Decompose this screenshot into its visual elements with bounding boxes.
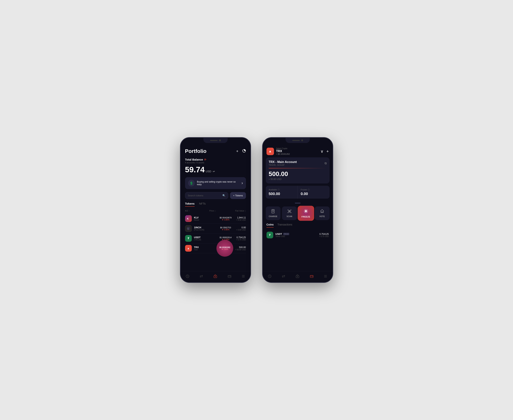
account-usd: ≈ 50.80 USD — [269, 178, 327, 180]
1inch-value: 0.00 = 0.00 USD — [236, 226, 246, 231]
usdt-name: (TRC20) — [194, 239, 215, 241]
copy-icon[interactable]: ⧉ — [324, 162, 327, 165]
trx-circle-overlay: $0.10161262 ▼ 3.05% — [216, 240, 233, 257]
klv-symbol: KLV — [194, 216, 215, 219]
trx-header: ▲ Select Crypto TRX ≈ $0.10161262 ∨ + — [263, 144, 332, 157]
1inch-info: 1INCH (POLYGON) — [194, 226, 215, 231]
tab-coins[interactable]: Coins — [266, 223, 274, 228]
table-header: A/Z ↑ Price ↕ Fiat Value ↕ — [185, 210, 246, 212]
frozen-section: Frozen ⓘ 0.00 — [298, 186, 330, 199]
bottom-nav-1 — [181, 271, 250, 282]
svg-rect-13 — [290, 211, 290, 212]
1inch-price: $0.3582753 ▼ 0.85% — [215, 226, 236, 231]
add-crypto-button[interactable]: + — [326, 149, 329, 154]
portfolio-icons: + — [236, 149, 246, 154]
account-balance: 500.00 — [269, 170, 327, 178]
account-title-row: TRX - Main Account TBSD95...5CHnSP ⧉ — [269, 160, 327, 166]
scan-label: SCAN — [284, 215, 295, 218]
available-info-icon: ⓘ — [278, 188, 279, 191]
usdt-coin-logo: ₮ — [266, 232, 273, 238]
nav-menu[interactable] — [241, 274, 245, 279]
trx-value: 500.00 = 50.80 USD — [235, 246, 246, 251]
phone-portfolio: Portfolio + Total Balance — [180, 137, 251, 283]
usdt-coin-info: USDT TRC20 Tether USD — [275, 232, 317, 237]
promo-text: Buying and selling crypto was never so e… — [197, 180, 239, 186]
available-label: Available ⓘ — [269, 188, 295, 191]
nav-portfolio-2[interactable] — [295, 274, 300, 279]
nav-portfolio[interactable] — [213, 274, 217, 279]
scan-icon — [284, 209, 295, 215]
svg-text:K: K — [187, 217, 189, 220]
trx-header-symbol: TRX — [276, 150, 318, 153]
balance-currency: USD ⇌ — [206, 170, 215, 173]
usdt-info: USDT (TRC20) — [194, 236, 215, 241]
bottom-nav-2 — [263, 271, 332, 282]
tokens-button[interactable]: + Tokens — [230, 192, 246, 199]
promo-icon: 💲 — [188, 180, 195, 187]
search-input[interactable]: Search tokens 🔍 — [185, 192, 228, 199]
usdt-coin-amount: 0.754125 — [319, 233, 329, 235]
col-price[interactable]: Price ↕ — [209, 210, 216, 212]
nav-exchange[interactable] — [199, 274, 203, 279]
scan-button[interactable]: SCAN — [282, 206, 297, 220]
svg-point-6 — [215, 276, 216, 277]
table-row[interactable]: ₮ USDT (TRC20) $1.00002914 ▼ 0.58% 0.754… — [185, 233, 246, 243]
nav-history-2[interactable] — [268, 274, 272, 279]
vote-label: VOTE — [316, 215, 328, 218]
charge-button[interactable]: CHARGE — [266, 206, 281, 220]
account-divider — [269, 168, 327, 168]
scroll-indicator — [266, 201, 330, 204]
promo-banner[interactable]: 💲 Buying and selling crypto was never so… — [185, 177, 246, 189]
usdt-symbol: USDT — [194, 236, 215, 239]
freeze-button[interactable]: FREEZE — [298, 206, 314, 221]
account-card: TRX - Main Account TBSD95...5CHnSP ⧉ 500… — [266, 157, 330, 183]
svg-rect-10 — [288, 210, 289, 211]
trx-name: Tron — [194, 249, 215, 251]
table-row[interactable]: 1 1INCH (POLYGON) $0.3582753 ▼ 0.85% 0.0… — [185, 224, 246, 233]
trx-info: TRX Tron — [194, 246, 215, 251]
frozen-amount: 0.00 — [301, 192, 327, 196]
col-az[interactable]: A/Z ↑ — [185, 210, 190, 212]
nav-exchange-2[interactable] — [282, 274, 285, 279]
klv-value: 1,944.11 = 8.18 USD — [236, 216, 246, 221]
search-icon: 🔍 — [222, 194, 226, 197]
svg-rect-11 — [290, 210, 290, 211]
tab-nfts[interactable]: NFTs — [199, 202, 206, 207]
trx-logo-header: ▲ — [266, 148, 274, 155]
trx-logo: ▲ — [185, 245, 192, 252]
notch-cam — [219, 139, 221, 141]
portfolio-title: Portfolio — [185, 148, 207, 154]
tab-transactions[interactable]: Transactions — [277, 223, 292, 228]
trx-circle-change: ▼ 3.05% — [221, 248, 228, 250]
account-name: TRX - Main Account TBSD95...5CHnSP — [269, 160, 297, 166]
available-section: Available ⓘ 500.00 — [266, 186, 298, 199]
trx-header-info: Select Crypto TRX ≈ $0.10161262 — [276, 148, 318, 155]
list-item[interactable]: ₮ USDT TRC20 Tether USD 0.754125 = 0.75 … — [263, 230, 332, 240]
chevron-down-icon[interactable]: ∨ — [320, 149, 324, 154]
nav-wallet[interactable] — [228, 274, 231, 279]
1inch-logo: 1 — [185, 225, 192, 232]
add-button[interactable]: + — [236, 149, 239, 153]
trx-circle-price: $0.10161262 — [219, 246, 230, 248]
phone-screen-1: Portfolio + Total Balance — [181, 138, 250, 282]
vote-icon — [316, 209, 328, 215]
pie-chart-icon[interactable] — [242, 149, 246, 154]
svg-text:1: 1 — [188, 228, 189, 230]
balance-refresh-icon[interactable]: ⟳ — [204, 158, 206, 161]
freeze-label: FREEZE — [299, 216, 312, 218]
nav-wallet-2[interactable] — [310, 274, 314, 279]
svg-rect-12 — [288, 211, 289, 212]
1inch-symbol: 1INCH — [194, 226, 215, 229]
tab-tokens[interactable]: Tokens — [185, 202, 195, 207]
col-fiat[interactable]: Fiat Value ↕ — [235, 210, 246, 212]
vote-button[interactable]: VOTE — [315, 206, 330, 220]
svg-point-18 — [297, 276, 298, 277]
table-row[interactable]: ▲ TRX Tron $0.10161262 ▼ 3.05% 500.00 — [185, 243, 246, 253]
usdt-coin-symbol: USDT — [275, 232, 282, 235]
usdt-value: 0.754125 = 0.75 USD — [236, 236, 246, 241]
klv-info: KLV Klever — [194, 216, 215, 221]
nav-menu-2[interactable] — [324, 274, 327, 279]
nav-history[interactable] — [186, 274, 189, 279]
table-row[interactable]: K KLV Klever $0.00420879 ▼ 3.85% 1,944.1… — [185, 214, 246, 224]
notch-bar — [210, 140, 218, 141]
